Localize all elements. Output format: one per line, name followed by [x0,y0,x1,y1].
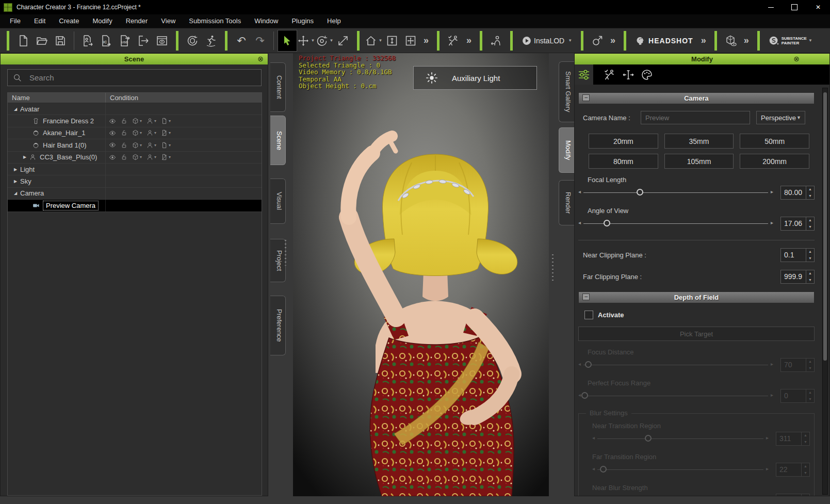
tree-row-francine-dress[interactable]: Francine Dress 2 ▾ ▾ ▾ [8,115,262,127]
home-view-button[interactable]: ▼ [364,30,383,51]
spin-up-icon[interactable]: ▲ [806,270,814,277]
focal-length-slider[interactable] [578,186,773,200]
projection-dropdown[interactable]: Perspective ▼ [756,111,805,124]
tab-visual[interactable]: Visual [270,178,286,224]
goz-sync-button[interactable] [183,30,202,51]
more-camera-tools-button[interactable]: » [420,35,432,46]
menu-render[interactable]: Render [119,14,155,28]
new-project-button[interactable] [14,30,32,51]
slider-handle[interactable] [604,220,610,226]
undo-button[interactable]: ↶ [232,30,251,51]
move-tool-button[interactable]: ▼ [297,30,315,51]
tab-render[interactable]: Render [559,180,574,225]
material-person-icon[interactable]: ▾ [147,118,156,124]
save-project-button[interactable] [51,30,70,51]
menu-file[interactable]: File [3,14,27,28]
pose-figure-icon[interactable] [600,64,619,85]
menu-view[interactable]: View [154,14,182,28]
spin-down-icon[interactable]: ▼ [806,277,814,284]
more-transformer-button[interactable]: » [607,35,619,46]
converge-clamp-icon[interactable] [619,64,638,85]
tree-row-avatar[interactable]: ◢Avatar [8,103,262,115]
maximize-button[interactable] [783,0,806,14]
material-person-icon[interactable]: ▾ [147,129,156,136]
search-input[interactable] [28,73,247,83]
edit-pose-button[interactable] [444,30,463,51]
export-usd-button[interactable] [116,30,134,51]
lock-icon[interactable] [121,118,127,124]
menu-modify[interactable]: Modify [86,14,119,28]
collapse-minus-icon[interactable]: − [582,94,590,101]
scale-tool-button[interactable] [334,30,352,51]
auxiliary-light-button[interactable]: Auxiliary Light [413,66,537,90]
mesh-cube-icon[interactable]: ▾ [132,129,142,136]
tab-preference[interactable]: Preference [270,296,286,355]
tab-smart-gallery[interactable]: Smart Gallery [559,61,574,122]
render-preview-button[interactable] [153,30,171,51]
tree-row-light[interactable]: ▶Light [8,164,262,175]
menu-plugins[interactable]: Plugins [285,14,320,28]
activate-checkbox[interactable] [584,311,593,319]
modify-scrollbar[interactable] [822,88,828,495]
instalod-button[interactable]: InstaLOD▼ [517,30,576,51]
export-fbx-button[interactable] [134,30,153,51]
tree-row-hair-band[interactable]: Hair Band 1(0) ▾ ▾ ▾ [8,139,262,151]
expanded-icon[interactable]: ◢ [13,191,18,196]
focal-length-value[interactable]: 80.00▲▼ [780,186,815,200]
pick-target-button[interactable]: Pick Target [578,327,815,341]
modify-panel-header[interactable]: Modify ⊗ [575,54,829,64]
menu-window[interactable]: Window [248,14,285,28]
tree-row-preview-camera[interactable]: Preview Camera [8,200,262,212]
rotate-tool-button[interactable]: ▼ [315,30,334,51]
headshot-button[interactable]: HEADSHOT [631,30,697,51]
skingen-button[interactable] [722,30,740,51]
transformer-button[interactable] [588,30,607,51]
scene-panel-header[interactable]: Scene ⊗ [1,54,268,64]
preset-50mm-button[interactable]: 50mm [740,134,809,149]
visibility-eye-icon[interactable] [109,129,116,137]
tree-row-cc3-base-plus[interactable]: ▶CC3_Base_Plus(0) ▾ ▾ ▾ [8,152,262,164]
preset-105mm-button[interactable]: 105mm [664,154,734,169]
spin-up-icon[interactable]: ▲ [806,249,814,255]
tab-modify[interactable]: Modify [559,127,574,173]
preset-20mm-button[interactable]: 20mm [589,134,658,149]
collapse-minus-icon[interactable]: − [582,294,590,300]
lock-icon[interactable] [121,154,127,160]
select-tool-button[interactable] [278,30,297,51]
minimize-button[interactable] [759,0,783,14]
far-clipping-value[interactable]: 999.9▲▼ [780,270,815,284]
fit-vertical-button[interactable] [383,30,401,51]
camera-name-input[interactable] [641,111,750,124]
mesh-cube-icon[interactable]: ▾ [132,118,142,124]
preset-35mm-button[interactable]: 35mm [664,134,734,149]
tab-content[interactable]: Content [270,62,286,112]
spin-up-icon[interactable]: ▲ [806,217,814,224]
modify-panel-close-icon[interactable]: ⊗ [792,55,801,63]
depth-of-field-section-header[interactable]: − Depth of Field [578,291,815,303]
character-morph-button[interactable] [487,30,506,51]
expanded-icon[interactable]: ◢ [13,107,18,111]
mesh-cube-icon[interactable]: ▾ [132,154,142,160]
adjust-sliders-tab[interactable] [575,64,593,85]
menu-submission-tools[interactable]: Submission Tools [182,14,248,28]
pose-tool-button[interactable] [202,30,220,51]
more-pose-tools-button[interactable]: » [463,35,475,46]
mesh-cube-icon[interactable]: ▾ [132,142,142,149]
preset-200mm-button[interactable]: 200mm [740,154,809,169]
more-skingen-button[interactable]: » [740,35,753,46]
appearance-palette-icon[interactable] [638,64,656,85]
splitter-grip[interactable] [552,254,554,283]
close-button[interactable]: ✕ [806,0,830,14]
collapsed-icon[interactable]: ▶ [22,155,27,159]
camera-section-header[interactable]: − Camera [578,92,815,104]
animation-page-crossed-icon[interactable]: ▾ [161,129,171,136]
visibility-eye-icon[interactable] [109,118,116,125]
spin-up-icon[interactable]: ▲ [806,186,814,193]
near-clipping-value[interactable]: 0.1▲▼ [780,248,815,262]
redo-button[interactable]: ↷ [251,30,269,51]
menu-help[interactable]: Help [320,14,348,28]
angle-of-view-slider[interactable] [578,217,773,231]
material-person-icon[interactable]: ▾ [147,154,156,160]
scrollbar-thumb[interactable] [823,92,827,361]
collapsed-icon[interactable]: ▶ [13,179,18,184]
